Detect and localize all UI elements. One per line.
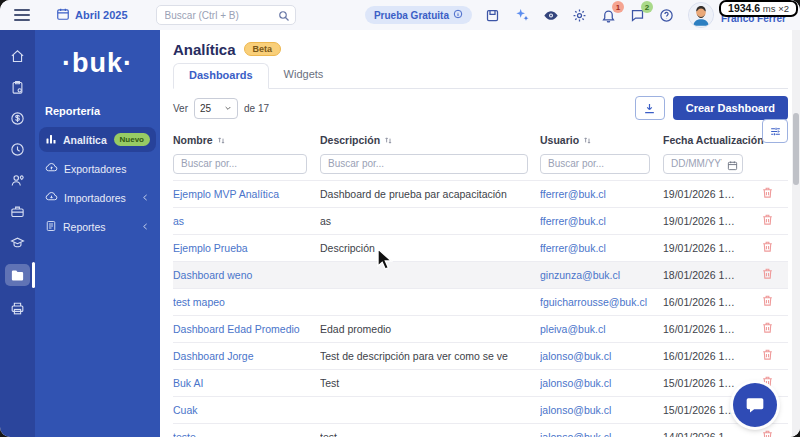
dashboard-link[interactable]: Dashboard weno [173, 269, 320, 281]
user-link[interactable]: jalonso@buk.cl [540, 431, 663, 437]
hamburger-menu-icon[interactable] [14, 9, 30, 21]
dashboard-link[interactable]: Buk AI [173, 377, 320, 389]
dashboard-link[interactable]: Ejemplo Prueba [173, 242, 320, 254]
topbar: Abril 2025 Prueba Gratuita 1 2 [0, 0, 800, 30]
table-row: Dashboard Edad Promedio Edad promedio pl… [173, 316, 788, 343]
tab-dashboards[interactable]: Dashboards [173, 63, 269, 89]
user-link[interactable]: fferrer@buk.cl [540, 242, 663, 254]
delete-button[interactable] [759, 211, 776, 231]
total-label: de 17 [244, 103, 269, 114]
page-size-select[interactable]: 25 [194, 98, 238, 119]
eye-icon[interactable] [543, 7, 559, 23]
table-row: test mapeo fguicharrousse@buk.cl 16/01/2… [173, 289, 788, 316]
column-header-fecha[interactable]: Fecha Actualización [663, 134, 746, 146]
dashboard-link[interactable]: Dashboard Jorge [173, 350, 320, 362]
filter-descripcion-input[interactable] [320, 154, 528, 174]
delete-button[interactable] [759, 346, 776, 366]
sidebar: ·buk· Reportería Analítica Nuevo Exporta… [35, 30, 160, 437]
calendar-icon[interactable] [727, 157, 738, 175]
sidebar-item-analitica[interactable]: Analítica Nuevo [39, 127, 156, 152]
delete-button[interactable] [759, 265, 776, 285]
app-window: Abril 2025 Prueba Gratuita 1 2 [0, 0, 800, 437]
column-header-usuario[interactable]: Usuario [540, 134, 663, 146]
chat-fab-button[interactable] [733, 383, 777, 427]
report-icon [45, 220, 57, 234]
global-search [156, 5, 296, 26]
sidebar-section-title: Reportería [45, 105, 160, 117]
delete-button[interactable] [759, 292, 776, 312]
folder-icon[interactable] [5, 264, 30, 286]
dashboard-link[interactable]: teste [173, 431, 320, 437]
bar-chart-icon [45, 133, 57, 147]
delete-button[interactable] [759, 319, 776, 339]
user-link[interactable]: jalonso@buk.cl [540, 377, 663, 389]
period-selector[interactable]: Abril 2025 [56, 7, 128, 23]
payments-icon[interactable] [7, 109, 29, 127]
user-link[interactable]: jalonso@buk.cl [540, 350, 663, 362]
search-input[interactable] [156, 5, 296, 25]
filter-settings-button[interactable] [762, 119, 788, 143]
beta-badge: Beta [244, 42, 282, 56]
chat-bubble-icon [745, 395, 765, 415]
education-icon[interactable] [7, 233, 29, 251]
filter-nombre-input[interactable] [173, 154, 307, 174]
sidebar-item-label: Reportes [63, 221, 106, 233]
save-icon[interactable] [485, 7, 501, 23]
perf-value: 1934.6 [728, 2, 760, 14]
delete-button[interactable] [759, 238, 776, 258]
dashboard-link[interactable]: Cuak [173, 404, 320, 416]
column-header-nombre[interactable]: Nombre [173, 134, 320, 146]
dashboard-link[interactable]: as [173, 215, 320, 227]
download-button[interactable] [635, 96, 665, 120]
clipboard-icon[interactable] [7, 78, 29, 96]
sidebar-item-label: Importadores [64, 192, 126, 204]
user-link[interactable]: pleiva@buk.cl [540, 323, 663, 335]
dashboard-link[interactable]: test mapeo [173, 296, 320, 308]
user-link[interactable]: fguicharrousse@buk.cl [540, 296, 663, 308]
home-icon[interactable] [7, 47, 29, 65]
clock-icon[interactable] [7, 140, 29, 158]
table-row: Dashboard Jorge Test de descripción para… [173, 343, 788, 370]
delete-button[interactable] [759, 184, 776, 204]
user-link[interactable]: fferrer@buk.cl [540, 215, 663, 227]
scrollbar-thumb[interactable] [793, 113, 799, 185]
bell-icon[interactable]: 1 [601, 7, 617, 23]
sparkles-icon[interactable] [514, 7, 530, 23]
cloud-download-icon [45, 190, 58, 205]
tab-widgets[interactable]: Widgets [269, 63, 339, 88]
user-link[interactable]: jalonso@buk.cl [540, 404, 663, 416]
table-row: Buk AI Test jalonso@buk.cl 15/01/2026 14… [173, 370, 788, 397]
printer-icon[interactable] [7, 299, 29, 317]
filter-icon [769, 125, 782, 138]
trial-badge[interactable]: Prueba Gratuita [365, 6, 472, 24]
user-link[interactable]: fferrer@buk.cl [540, 188, 663, 200]
chat-icon[interactable]: 2 [630, 7, 646, 23]
notification-badge: 1 [612, 1, 624, 13]
employee-icon[interactable] [7, 171, 29, 189]
calendar-icon [56, 7, 70, 23]
create-dashboard-button[interactable]: Crear Dashboard [673, 96, 788, 120]
dashboard-link[interactable]: Dashboard Edad Promedio [173, 323, 320, 335]
table-header: Nombre Descripción Usuario Fecha Actuali… [173, 130, 788, 150]
delete-button[interactable] [759, 427, 776, 437]
filter-usuario-input[interactable] [540, 154, 650, 174]
filter-row [173, 153, 788, 174]
tab-bar: Dashboards Widgets [173, 63, 788, 89]
dashboard-link[interactable]: Ejemplo MVP Analítica [173, 188, 320, 200]
table-row: Ejemplo MVP Analítica Dashboard de prueb… [173, 181, 788, 208]
sidebar-item-exportadores[interactable]: Exportadores [39, 156, 156, 181]
scrollbar[interactable] [792, 30, 800, 437]
briefcase-icon[interactable] [7, 202, 29, 220]
sidebar-item-reportes[interactable]: Reportes [39, 214, 156, 239]
sidebar-item-importadores[interactable]: Importadores [39, 185, 156, 210]
column-header-descripcion[interactable]: Descripción [320, 134, 540, 146]
gear-icon[interactable] [572, 7, 588, 23]
buk-logo: ·buk· [35, 48, 160, 79]
user-link[interactable]: ginzunza@buk.cl [540, 269, 663, 281]
avatar[interactable] [688, 2, 714, 28]
table-row: teste test jalonso@buk.cl 14/01/2026 12:… [173, 424, 788, 437]
cloud-upload-icon [45, 161, 58, 176]
page-size-control: Ver 25 de 17 [173, 98, 269, 119]
help-icon[interactable] [659, 7, 675, 23]
ver-label: Ver [173, 103, 188, 114]
